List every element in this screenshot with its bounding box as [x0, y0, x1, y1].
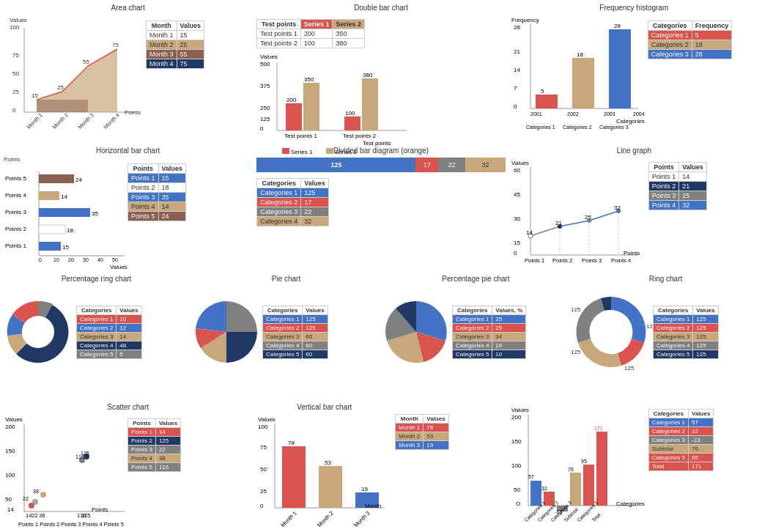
ringpct-chart-title: Percentage ring chart: [4, 275, 189, 283]
svg-text:50: 50: [5, 496, 12, 503]
svg-text:14: 14: [61, 193, 67, 200]
svg-text:75: 75: [112, 42, 119, 48]
svg-text:125: 125: [260, 116, 270, 122]
svg-text:Values: Values: [110, 264, 127, 270]
frequency-table: CategoriesFrequency Categories 15 Catego…: [648, 21, 733, 59]
divided-chart-cell: Divided bar diagram (orange) 125 17 22 3…: [254, 144, 507, 273]
svg-text:76: 76: [568, 467, 574, 472]
divided-seg2: 17: [415, 158, 438, 172]
stackedbar-chart-cell: Values 200 150 100 50 O 57: [508, 401, 761, 532]
svg-text:50: 50: [514, 487, 520, 493]
svg-text:15: 15: [62, 244, 69, 251]
svg-text:Frequency: Frequency: [511, 17, 539, 23]
linegraph-table: PointsValues Points 114 Points 221 Point…: [648, 162, 707, 210]
svg-text:0: 0: [39, 257, 42, 262]
svg-text:Points 2: Points 2: [552, 257, 572, 264]
svg-text:171: 171: [594, 426, 603, 431]
svg-text:Values: Values: [260, 53, 278, 60]
area-chart-svg: Values 100 75 50 25 0: [4, 13, 143, 127]
hbar-svg: Points 5 Points 4 Points 3 Points 2 Poin…: [4, 164, 125, 263]
piepct-table: CategoriesValues, % Categories 125 Categ…: [452, 306, 526, 359]
svg-text:60: 60: [514, 167, 520, 174]
svg-text:Categories: Categories: [616, 500, 645, 507]
svg-text:Values: Values: [258, 416, 275, 423]
svg-text:116: 116: [75, 454, 84, 459]
svg-text:200: 200: [5, 424, 15, 430]
svg-text:Points: Points: [125, 109, 141, 116]
svg-text:Points 3: Points 3: [582, 257, 602, 264]
svg-text:28: 28: [514, 24, 520, 31]
svg-rect-29: [303, 83, 319, 130]
svg-text:15: 15: [514, 240, 520, 246]
svg-text:19: 19: [361, 486, 368, 492]
hbar-chart-title: Horizontal bar chart: [4, 147, 252, 155]
svg-rect-52: [572, 58, 594, 108]
svg-text:Categories 1: Categories 1: [526, 125, 555, 130]
pie-svg: [193, 284, 259, 380]
svg-text:150: 150: [511, 438, 522, 445]
vbar-chart-title: Vertical bar chart: [256, 403, 392, 411]
svg-text:Month 3: Month 3: [353, 510, 372, 529]
ring-table: CategoriesValues Categories 1125 Categor…: [653, 306, 719, 359]
area-chart-table: MonthValues Month 115 Month 225 Month 35…: [146, 21, 204, 69]
linegraph-chart-cell: Line graph Values 60 45 30 15 0: [508, 144, 761, 273]
svg-point-112: [22, 316, 54, 348]
svg-rect-175: [583, 465, 594, 506]
svg-text:32: 32: [541, 486, 547, 491]
svg-text:Test points 2: Test points 2: [343, 133, 376, 139]
svg-text:Points: Points: [92, 506, 108, 513]
vbar-chart-cell: Vertical bar chart Values 100 75 50 25 0: [254, 401, 507, 532]
svg-text:14: 14: [7, 506, 14, 513]
svg-text:500: 500: [260, 61, 270, 67]
svg-text:350: 350: [304, 76, 314, 83]
area-chart-title: Area chart: [4, 4, 252, 12]
svg-text:125: 125: [571, 306, 581, 313]
svg-text:75: 75: [260, 444, 267, 451]
svg-text:100: 100: [10, 24, 20, 31]
svg-text:Month 3: Month 3: [76, 111, 95, 130]
svg-rect-33: [362, 78, 378, 130]
piepct-chart-cell: Percentage pie chart CategoriesValues, %: [381, 273, 571, 401]
svg-text:95: 95: [581, 459, 587, 464]
svg-text:0: 0: [12, 107, 16, 114]
svg-text:150: 150: [5, 448, 15, 454]
svg-rect-80: [39, 191, 59, 200]
svg-text:25: 25: [260, 488, 267, 495]
svg-rect-86: [39, 242, 61, 251]
svg-text:14: 14: [526, 229, 533, 236]
svg-rect-173: [570, 473, 581, 506]
svg-text:75: 75: [12, 52, 19, 59]
svg-text:O: O: [516, 500, 520, 507]
stackedbar-table: CategoriesValues Categories 157 Categori…: [648, 409, 714, 471]
svg-point-129: [40, 492, 46, 498]
svg-text:Month 4: Month 4: [102, 111, 121, 130]
scatter-table: PointsValues Points 114 Points 2125 Poin…: [127, 418, 181, 472]
svg-text:20: 20: [68, 257, 74, 262]
svg-text:Month 2: Month 2: [317, 510, 336, 529]
divided-seg4: 32: [465, 158, 505, 172]
frequency-chart-title: Frequency histogram: [510, 4, 758, 12]
scatter-chart-cell: Scatter chart Values 200 150 100 50 14: [1, 401, 254, 532]
svg-rect-151: [319, 466, 342, 508]
svg-text:Points 5: Points 5: [5, 175, 26, 182]
svg-text:375: 375: [260, 83, 270, 89]
ringpct-table: CategoriesValues Categories 110 Categori…: [76, 306, 142, 359]
svg-text:30: 30: [83, 257, 89, 262]
svg-rect-50: [536, 95, 558, 108]
svg-text:200: 200: [511, 414, 522, 421]
svg-text:Month 2: Month 2: [51, 111, 70, 130]
divided-seg3: 22: [438, 158, 465, 172]
svg-text:Points 2: Points 2: [5, 226, 26, 232]
svg-text:35: 35: [92, 210, 98, 217]
stackedbar-svg: Values 200 150 100 50 O 57: [510, 403, 646, 524]
svg-text:Values: Values: [5, 416, 23, 423]
svg-text:2004: 2004: [633, 111, 645, 117]
svg-text:Categories 2: Categories 2: [563, 125, 592, 130]
svg-text:Points 4: Points 4: [5, 192, 26, 199]
svg-text:40: 40: [97, 257, 103, 262]
svg-rect-27: [286, 103, 302, 130]
svg-text:30: 30: [514, 215, 520, 222]
hbar-chart-cell: Horizontal bar chart Points Points 5 Poi…: [1, 144, 254, 273]
pie-chart-cell: Pie chart CategoriesValues Categories 11…: [191, 273, 381, 401]
svg-text:Points 1: Points 1: [525, 257, 544, 264]
